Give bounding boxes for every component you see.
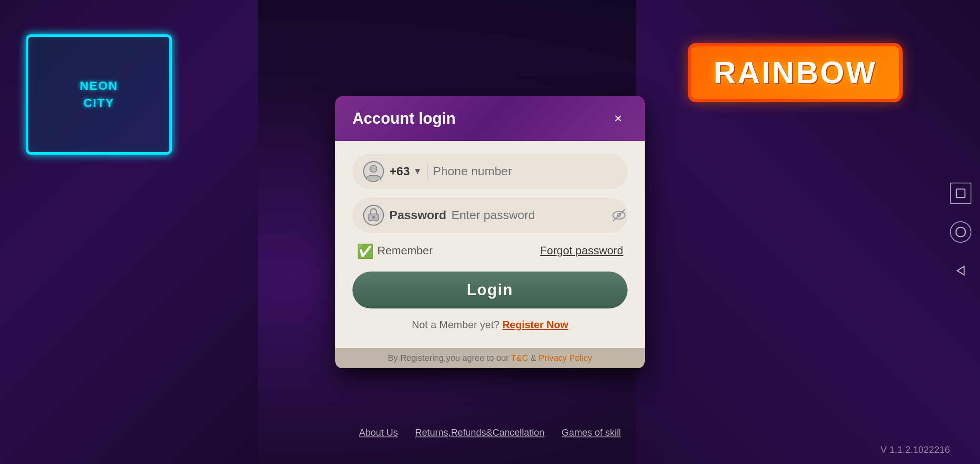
modal-title: Account login [352, 110, 456, 128]
phone-field-container: +63 ▼ [352, 154, 628, 189]
remember-label: Remember [377, 244, 433, 257]
modal-header: Account login × [335, 96, 645, 141]
login-button[interactable]: Login [352, 272, 628, 308]
phone-divider [427, 164, 428, 179]
user-icon [363, 161, 384, 182]
lock-icon [363, 205, 384, 226]
svg-point-7 [372, 216, 375, 219]
tos-link[interactable]: T&C [511, 353, 528, 363]
password-field-container: Password [352, 198, 628, 233]
phone-number-input[interactable] [433, 165, 617, 178]
password-label: Password [389, 208, 446, 222]
remember-group: ✅ Remember [357, 243, 433, 259]
forgot-password-link[interactable]: Forgot password [540, 244, 623, 257]
close-button[interactable]: × [609, 109, 628, 128]
register-now-link[interactable]: Register Now [502, 319, 568, 330]
country-code-value: +63 [389, 165, 410, 178]
remember-checkbox-icon[interactable]: ✅ [357, 243, 372, 259]
dropdown-icon: ▼ [413, 166, 422, 176]
tos-text: By Registering,you agree to our [388, 353, 511, 363]
register-row: Not a Member yet? Register Now [352, 319, 628, 331]
register-prefix-text: Not a Member yet? [412, 319, 499, 330]
modal-body: +63 ▼ Password [335, 141, 645, 348]
country-code-selector[interactable]: +63 ▼ [389, 165, 422, 178]
toggle-password-icon[interactable] [610, 207, 628, 224]
modal-overlay: Account login × +63 ▼ [0, 0, 980, 464]
password-input[interactable] [451, 208, 605, 222]
svg-point-4 [370, 165, 377, 172]
login-modal: Account login × +63 ▼ [335, 96, 645, 368]
privacy-policy-link[interactable]: Privacy Policy [539, 353, 592, 363]
options-row: ✅ Remember Forgot password [352, 243, 628, 259]
modal-footer-partial: By Registering,you agree to our T&C & Pr… [335, 348, 645, 368]
